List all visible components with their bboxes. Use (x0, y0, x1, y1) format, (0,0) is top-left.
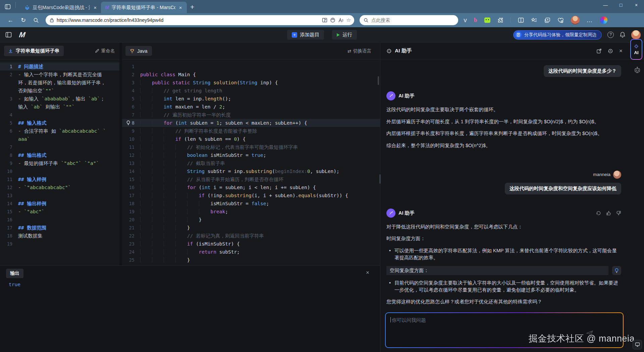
user-avatar[interactable] (631, 30, 641, 40)
code-line[interactable]: 19 break; (122, 208, 380, 216)
switch-language-button[interactable]: ⇄ 切换语言 (347, 48, 371, 54)
quick-search-box[interactable] (360, 15, 458, 25)
favorite-star-icon[interactable]: ☆ (346, 17, 351, 23)
search-icon[interactable] (33, 17, 39, 23)
problem-line[interactable]: 16 (0, 216, 119, 224)
window-close-button[interactable]: × (629, 0, 644, 11)
copilot-icon[interactable] (600, 16, 607, 24)
code-line[interactable]: 1 (122, 62, 380, 71)
help-icon[interactable]: ? (607, 32, 614, 38)
problem-title-button[interactable]: 字符串最短循环子串 (4, 46, 64, 56)
ai-assistant-fab[interactable]: AI (630, 39, 642, 60)
output-tab[interactable]: 输出 (6, 269, 23, 278)
split-screen-icon[interactable] (322, 17, 327, 23)
problem-line[interactable]: 18测试数据集 (0, 232, 119, 240)
code-line[interactable]: 8 for (int subLen = 1; subLen < maxLen; … (122, 119, 380, 127)
code-line[interactable]: 17 if (!inp.substring(i, i + subLen).equ… (122, 191, 380, 200)
panel-divider[interactable] (119, 43, 122, 265)
problem-line[interactable]: 17## 数据范围 (0, 224, 119, 232)
browser-tab-marscode[interactable]: M 字符串最短循环子串 - MarsCode × (101, 2, 187, 13)
explain-lightbulb-icon[interactable] (612, 266, 621, 275)
read-aloud-icon[interactable] (338, 18, 344, 23)
regenerate-icon[interactable] (596, 211, 601, 216)
monitor-icon[interactable] (633, 340, 642, 349)
problem-line[interactable]: 15- `"abc"` (0, 208, 119, 216)
share-banner-button[interactable]: 分享代码练习体验，领限量定制周边 (513, 30, 602, 40)
chat-input-box[interactable]: 你可以问我问题 (385, 312, 624, 348)
send-icon[interactable] (586, 330, 593, 337)
editor-scrollbar[interactable] (378, 76, 379, 85)
code-line[interactable]: 16 for (int i = subLen; i < len; i += su… (122, 183, 380, 191)
thumbs-down-icon[interactable] (616, 211, 621, 216)
back-icon[interactable]: ← (7, 17, 13, 24)
code-line[interactable]: 15 // 从当前子串开始遍历，判断是否存在循环 (122, 175, 380, 183)
notification-bell-icon[interactable] (620, 32, 626, 38)
problem-line[interactable]: 13 (0, 191, 119, 200)
quick-search-input[interactable] (371, 17, 454, 23)
problem-line[interactable]: 4 (0, 111, 119, 119)
code-line[interactable]: 10 if (len % subLen == 0) { (122, 135, 380, 143)
extension-green-icon[interactable] (484, 17, 490, 23)
problem-line[interactable]: 14## 输出样例 (0, 200, 119, 208)
bing-icon[interactable]: b (474, 17, 477, 24)
tab-close-icon[interactable]: × (93, 5, 98, 10)
code-line[interactable]: 4 // get string length (122, 87, 380, 95)
code-line[interactable]: 2public class Main { (122, 71, 380, 79)
history-icon[interactable] (608, 48, 613, 54)
code-line[interactable]: 18 isMinSubStr = false; (122, 200, 380, 208)
address-bar[interactable]: ☆ (46, 15, 354, 25)
problem-line[interactable]: 9- 最短的循环子串 `"abc"` `"a"` (0, 159, 119, 167)
problem-line[interactable]: 5## 输入格式 (0, 119, 119, 127)
problem-line[interactable]: 1# 问题描述 (0, 62, 119, 71)
more-menu-icon[interactable]: … (587, 17, 593, 24)
code-line[interactable]: 12 boolean isMinSubStr = true; (122, 151, 380, 159)
rename-button[interactable]: 重命名 (95, 48, 115, 54)
code-line[interactable]: 23 if (isMinSubStr) { (122, 240, 380, 248)
tab-close-icon[interactable]: × (178, 5, 183, 10)
language-tab[interactable]: Java (125, 46, 152, 56)
thumbs-up-icon[interactable] (606, 211, 611, 216)
code-line[interactable]: 11 // 初始化标记，代表当前字串可能为最短循环字串 (122, 143, 380, 151)
output-close-icon[interactable]: × (366, 269, 369, 276)
browser-tab-juejin[interactable]: 豆包MarsCode刷题挑战 - 沸点 - 掘金 × (20, 2, 101, 13)
problem-line[interactable]: 19 (0, 240, 119, 248)
new-tab-button[interactable]: + (190, 3, 194, 11)
problem-line[interactable]: 12- `"abcabcabcabc"` (0, 183, 119, 191)
problem-line[interactable]: 11## 输入样例 (0, 175, 119, 183)
problem-line[interactable]: 10 (0, 167, 119, 175)
problem-line[interactable]: 3- 如输入 `abababab`，输出 `ab`；输入 `ab` 则输出 `"… (0, 95, 119, 111)
split-window-icon[interactable] (518, 17, 524, 23)
code-line[interactable]: 6 int maxLen = len / 2; (122, 103, 380, 111)
problem-line[interactable]: 7 (0, 143, 119, 151)
code-line[interactable]: 25 } (122, 256, 380, 264)
url-input[interactable] (57, 17, 319, 23)
code-line[interactable]: 22 // 若标记为真，则返回当前字符串 (122, 232, 380, 240)
workspaces-icon[interactable] (5, 4, 11, 10)
sidebar-toggle-icon[interactable] (5, 32, 12, 38)
code-line[interactable]: 9 // 判断字符串长度是否能被子串整除 (122, 127, 380, 135)
feedback-robot-icon[interactable] (634, 67, 641, 74)
code-line[interactable]: 3 public static String solution(String i… (122, 79, 380, 87)
window-maximize-button[interactable]: □ (613, 0, 629, 11)
extension-v-icon[interactable]: V (464, 17, 467, 23)
run-button[interactable]: 运行 (332, 30, 357, 40)
extensions-puzzle-icon[interactable] (497, 17, 503, 23)
code-line[interactable]: 13 // 截取当前子串 (122, 159, 380, 167)
code-line[interactable]: 20 } (122, 216, 380, 224)
problem-line[interactable]: 6- 合法字符串 如 `abcabcabcabc` `aaa` (0, 127, 119, 143)
problem-line[interactable]: 8## 输出格式 (0, 151, 119, 159)
add-problem-button[interactable]: + 添加题目 (287, 30, 324, 40)
collections-icon[interactable] (544, 17, 550, 23)
code-line[interactable]: 7 // 遍历初始字符串一半的长度 (122, 111, 380, 119)
chat-close-icon[interactable]: × (619, 48, 623, 54)
code-line[interactable]: 5 int len = inp.length(); (122, 95, 380, 103)
browser-profile-avatar[interactable] (571, 16, 580, 25)
problem-line[interactable]: 2- 输入一个字符串，判断其是否完全循环，若是循环的，输出最短的循环子串，否则输… (0, 71, 119, 95)
browser-health-icon[interactable] (557, 17, 564, 23)
immersive-reader-icon[interactable] (330, 17, 335, 23)
lightbulb-icon[interactable] (126, 120, 130, 125)
code-line[interactable]: 14 String subStr = inp.substring(beginIn… (122, 167, 380, 175)
chat-messages[interactable]: 这段代码的时间复杂度是多少？ AI 助手 这段代码的时间复杂度主要取决于两个嵌套… (380, 59, 644, 309)
window-minimize-button[interactable]: — (598, 0, 613, 11)
favorites-bar-icon[interactable] (531, 17, 537, 23)
